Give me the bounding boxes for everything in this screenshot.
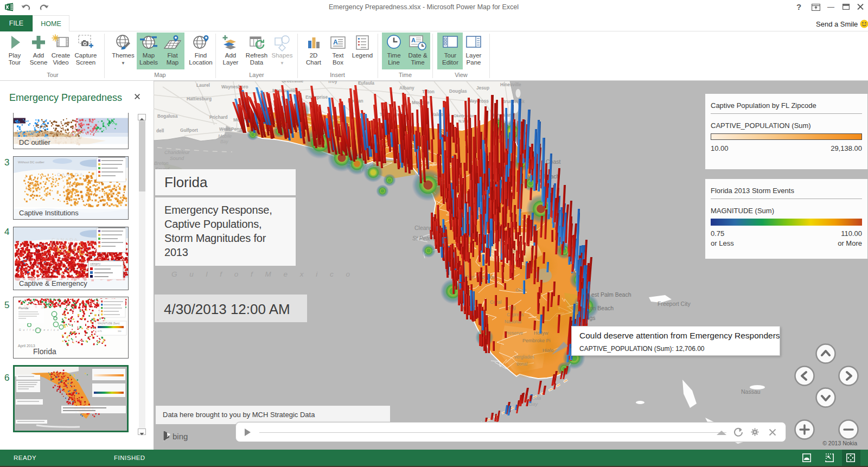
svg-text:Hinesville: Hinesville (500, 82, 521, 87)
svg-text:Enterprise: Enterprise (305, 94, 328, 100)
svg-text:category: category (90, 262, 101, 265)
svg-text:110: 110 (118, 330, 122, 332)
svg-text:Jesup: Jesup (476, 85, 489, 91)
svg-text:verglades: verglades (514, 354, 534, 360)
svg-text:Preserve: Preserve (505, 330, 523, 336)
svg-text:tional: tional (516, 361, 527, 367)
svg-text:Florida: Florida (33, 347, 56, 356)
svg-text:G u l f o f M e x i c o: G u l f o f M e x i c o (19, 329, 60, 331)
svg-text:Gulfport: Gulfport (180, 127, 198, 133)
svg-text:Greenville: Greenville (282, 81, 304, 84)
svg-text:Bogalusa: Bogalusa (157, 113, 178, 119)
svg-text:Troy: Troy (328, 81, 337, 84)
svg-text:Hiale: Hiale (542, 348, 554, 353)
svg-text:Freeport City: Freeport City (658, 300, 691, 307)
svg-text:Coast: Coast (546, 158, 561, 165)
svg-text:Pembroke Pi: Pembroke Pi (522, 338, 551, 343)
svg-text:dell: dell (156, 128, 164, 133)
svg-text:MAGNITUDE (Sum): MAGNITUDE (Sum) (98, 322, 120, 325)
svg-text:est Palm Beach: est Palm Beach (591, 291, 631, 298)
svg-text:Albany: Albany (399, 85, 414, 91)
svg-text:Eufaula: Eufaula (358, 81, 374, 86)
svg-text:Sound: Sound (170, 156, 184, 161)
svg-text:Hattiesburg: Hattiesburg (187, 96, 212, 101)
svg-text:nton Beach: nton Beach (585, 305, 614, 311)
svg-text:West Pens: West Pens (219, 126, 242, 132)
svg-text:April 2013: April 2013 (18, 344, 35, 348)
svg-text:Florida: Florida (18, 306, 29, 310)
svg-text:Without DC outlier: Without DC outlier (18, 161, 44, 164)
svg-text:Mobile: Mobile (218, 133, 232, 139)
svg-text:A: A (411, 37, 416, 43)
svg-text:G u l f o f M e x i c o: G u l f o f M e x i c o (171, 270, 355, 278)
svg-text:Tifton: Tifton (422, 89, 435, 94)
svg-text:Bay: Bay (220, 139, 228, 144)
svg-text:Chandeleur: Chandeleur (164, 150, 190, 155)
svg-text:0.75: 0.75 (98, 330, 103, 332)
svg-text:bing: bing (173, 432, 188, 441)
svg-text:Laurel: Laurel (196, 82, 210, 88)
svg-text:A: A (333, 39, 338, 46)
svg-text:Prichard: Prichard (209, 114, 228, 120)
svg-text:Nassau: Nassau (741, 388, 761, 395)
svg-text:© 2013 Nokia: © 2013 Nokia (822, 440, 857, 446)
svg-text:Breton: Breton (154, 161, 169, 166)
svg-text:Waynesboro: Waynesboro (221, 84, 248, 89)
svg-text:Douglas: Douglas (449, 88, 467, 94)
